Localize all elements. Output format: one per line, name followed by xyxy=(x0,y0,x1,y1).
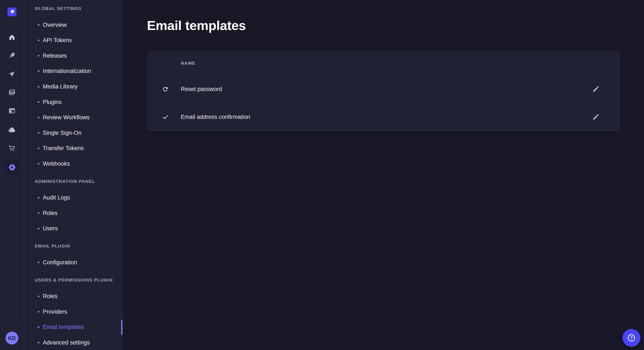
bullet-dot xyxy=(38,55,40,57)
check-icon xyxy=(162,114,169,121)
subnav-item-label: Releases xyxy=(43,52,67,59)
subnav-item-label: API Tokens xyxy=(43,37,72,44)
subnav-item-label: Roles xyxy=(43,210,58,216)
bullet-dot xyxy=(38,117,40,118)
subnav-item-releases[interactable]: Releases xyxy=(24,48,122,63)
refresh-icon xyxy=(162,85,169,93)
svg-text:?: ? xyxy=(630,336,633,340)
bullet-dot xyxy=(38,296,40,297)
bullet-dot xyxy=(38,326,40,328)
releases-icon xyxy=(8,70,16,78)
subnav-item-label: Plugins xyxy=(43,99,62,105)
subnav-item-plugins[interactable]: Plugins xyxy=(24,94,122,110)
column-header-name: NAME xyxy=(181,61,196,66)
content-type-builder-icon xyxy=(8,52,16,59)
email-templates-card: NAME Reset passwordEmail address confirm… xyxy=(147,51,620,131)
pencil-icon xyxy=(592,85,600,93)
page-title: Email templates xyxy=(147,18,246,33)
cloud-nav-button[interactable] xyxy=(7,125,17,135)
avatar-initials: KD xyxy=(8,335,16,341)
bullet-dot xyxy=(38,39,40,41)
subnav-item-label: Configuration xyxy=(43,259,77,266)
content-manager-nav-button[interactable] xyxy=(7,106,17,116)
subnav-item-single-sign-on[interactable]: Single Sign-On xyxy=(24,125,122,141)
pencil-icon xyxy=(592,113,600,121)
subnav-item-api-tokens[interactable]: API Tokens xyxy=(24,33,122,48)
table-header: NAME xyxy=(147,51,620,75)
subnav-item-label: Providers xyxy=(43,309,67,315)
subnav-item-label: Audit Logs xyxy=(43,194,70,201)
subnav-section-label: EMAIL PLUGIN xyxy=(24,238,122,254)
logo-area xyxy=(0,0,24,24)
marketplace-nav-button[interactable] xyxy=(7,143,17,153)
subnav-item-roles[interactable]: Roles xyxy=(24,289,122,304)
refresh-icon xyxy=(162,86,169,93)
media-library-nav-button[interactable] xyxy=(7,87,17,98)
subnav-item-audit-logs[interactable]: Audit Logs xyxy=(24,190,122,205)
subnav-item-label: Email templates xyxy=(43,324,84,331)
home-icon xyxy=(8,34,16,41)
subnav-section-label: USERS & PERMISSIONS PLUGIN xyxy=(24,272,122,288)
subnav-item-media-library[interactable]: Media Library xyxy=(24,79,122,94)
subnav-item-roles[interactable]: Roles xyxy=(24,205,122,221)
media-library-icon xyxy=(8,89,16,96)
content-type-builder-nav-button[interactable] xyxy=(7,50,17,61)
bullet-dot xyxy=(38,262,40,263)
content-manager-icon xyxy=(8,107,16,114)
subnav-item-internationalization[interactable]: Internationalization xyxy=(24,64,122,79)
subnav-item-transfer-tokens[interactable]: Transfer Tokens xyxy=(24,141,122,156)
subnav-item-configuration[interactable]: Configuration xyxy=(24,255,122,270)
subnav-item-label: Transfer Tokens xyxy=(43,145,84,152)
template-name: Reset password xyxy=(181,86,222,93)
settings-icon xyxy=(8,163,16,172)
bullet-dot xyxy=(38,342,40,344)
subnav-section-label: GLOBAL SETTINGS xyxy=(24,1,122,16)
bullet-dot xyxy=(38,311,40,313)
bullet-dot xyxy=(38,228,40,229)
subnav-item-webhooks[interactable]: Webhooks xyxy=(24,156,122,172)
subnav-item-label: Internationalization xyxy=(43,68,91,74)
avatar[interactable]: KD xyxy=(6,332,18,345)
subnav-item-advanced-settings[interactable]: Advanced settings xyxy=(24,335,122,350)
subnav-item-label: Advanced settings xyxy=(43,339,90,346)
subnav-item-label: Media Library xyxy=(43,83,78,90)
bullet-dot xyxy=(38,212,40,214)
subnav-item-providers[interactable]: Providers xyxy=(24,304,122,319)
subnav-item-label: Single Sign-On xyxy=(43,130,82,136)
home-nav-button[interactable] xyxy=(7,32,17,42)
settings-subnav: GLOBAL SETTINGSOverviewAPI TokensRelease… xyxy=(24,0,123,350)
subnav-item-label: Roles xyxy=(43,293,58,300)
main-content: Email templates NAME Reset passwordEmail… xyxy=(123,0,644,350)
bullet-dot xyxy=(38,197,40,199)
strapi-settings-app: KD GLOBAL SETTINGSOverviewAPI TokensRele… xyxy=(0,0,644,350)
subnav-item-label: Review Workflows xyxy=(43,114,90,121)
main-nav-sidebar: KD xyxy=(0,0,24,350)
bullet-dot xyxy=(38,101,40,103)
help-button[interactable]: ? xyxy=(622,329,640,347)
releases-nav-button[interactable] xyxy=(7,69,17,79)
cloud-icon xyxy=(8,126,16,134)
subnav-item-label: Users xyxy=(43,225,58,232)
strapi-logo[interactable] xyxy=(8,7,16,16)
subnav-item-email-templates[interactable]: Email templates xyxy=(24,320,122,335)
bullet-dot xyxy=(38,70,40,72)
bullet-dot xyxy=(38,132,40,134)
subnav-item-users[interactable]: Users xyxy=(24,221,122,236)
edit-template-button[interactable] xyxy=(591,112,601,122)
bullet-dot xyxy=(38,148,40,149)
sidebar-item-settings-active[interactable] xyxy=(5,161,19,174)
subnav-item-overview[interactable]: Overview xyxy=(24,17,122,32)
template-name: Email address confirmation xyxy=(181,114,250,120)
strapi-logo-glyph xyxy=(8,7,16,16)
bullet-dot xyxy=(38,24,40,26)
subnav-section-label: ADMINISTRATION PANEL xyxy=(24,174,122,189)
bullet-dot xyxy=(38,163,40,165)
subnav-item-review-workflows[interactable]: Review Workflows xyxy=(24,110,122,125)
marketplace-icon xyxy=(8,144,16,152)
subnav-item-label: Overview xyxy=(43,22,67,28)
edit-template-button[interactable] xyxy=(591,84,601,94)
subnav-item-label: Webhooks xyxy=(43,161,70,167)
check-icon xyxy=(162,113,169,121)
table-row: Email address confirmation xyxy=(158,103,610,131)
bullet-dot xyxy=(38,86,40,88)
